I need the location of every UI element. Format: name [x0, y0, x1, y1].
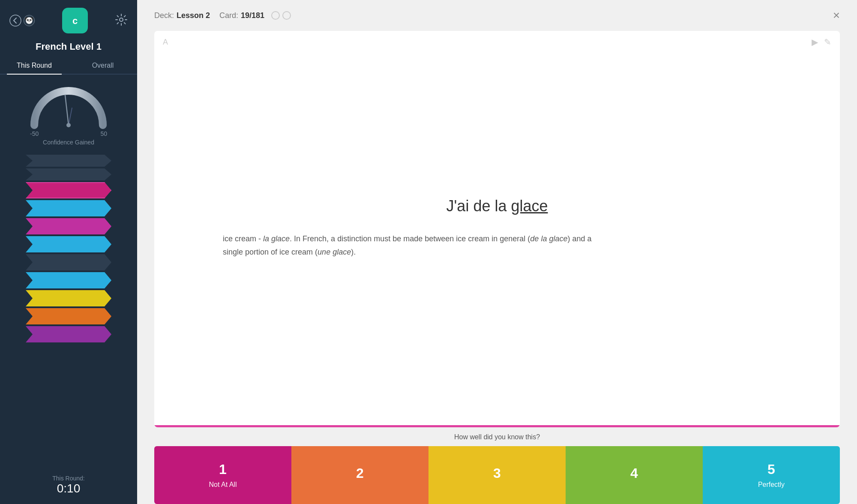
- gauge-svg: [26, 82, 111, 129]
- gauge: -50 50 Confidence Gained: [26, 82, 111, 146]
- back-button[interactable]: [9, 15, 35, 27]
- sidebar-title: French Level 1: [36, 41, 102, 52]
- chevron-item: [26, 254, 111, 270]
- svg-line-15: [69, 108, 72, 125]
- chevron-item: [26, 326, 111, 342]
- rating-2-number: 2: [356, 465, 364, 481]
- timer-value: 0:10: [52, 482, 84, 495]
- svg-point-13: [120, 18, 123, 21]
- card-progress-bar: [154, 425, 840, 427]
- app-logo: c: [62, 8, 88, 33]
- chevron-item: [26, 155, 111, 167]
- rating-button-5[interactable]: 5 Perfectly: [703, 446, 840, 504]
- chevron-item: [26, 218, 111, 234]
- chevrons-list: [0, 154, 137, 343]
- svg-text:c: c: [72, 15, 78, 26]
- chevron-item: [26, 236, 111, 252]
- top-bar: Deck: Lesson 2 Card: 19/181 ×: [137, 0, 857, 31]
- chevron-item: [26, 290, 111, 306]
- card-text-underlined: glace: [511, 197, 548, 215]
- svg-line-14: [65, 95, 69, 125]
- edit-button[interactable]: ✎: [824, 37, 831, 47]
- close-button[interactable]: ×: [833, 9, 840, 21]
- card-content: J'ai de la glace ice cream - la glace. I…: [154, 31, 840, 425]
- tabs: This Round Overall: [0, 58, 137, 75]
- card-icon-1: [271, 11, 280, 20]
- card-description: ice cream - la glace. In French, a disti…: [223, 232, 608, 258]
- card-value: 19/181: [241, 11, 264, 20]
- gauge-min: -50: [30, 130, 39, 137]
- card-icons: [271, 11, 291, 20]
- chevron-item: [26, 272, 111, 288]
- rating-5-number: 5: [767, 462, 775, 477]
- svg-point-10: [29, 21, 30, 22]
- confidence-label: Confidence Gained: [43, 139, 94, 146]
- rating-button-1[interactable]: 1 Not At All: [154, 446, 291, 504]
- chevron-item: [26, 308, 111, 324]
- card-actions: ▶ ✎: [812, 37, 831, 47]
- rating-4-number: 4: [630, 465, 638, 481]
- timer-label: This Round:: [52, 475, 84, 482]
- card-corner-label: A: [163, 38, 168, 47]
- rating-3-number: 3: [493, 465, 501, 481]
- flashcard-area: A ▶ ✎ J'ai de la glace ice cream - la gl…: [137, 31, 857, 427]
- tab-this-round[interactable]: This Round: [0, 58, 69, 74]
- card-main-text: J'ai de la glace: [446, 197, 548, 215]
- chevron-item: [26, 200, 111, 216]
- play-button[interactable]: ▶: [812, 37, 818, 47]
- deck-name: Lesson 2: [177, 11, 210, 20]
- svg-point-7: [27, 20, 28, 21]
- card-text-before: J'ai de la: [446, 197, 511, 215]
- sidebar-top: c: [0, 0, 137, 41]
- rating-1-label: Not At All: [209, 481, 237, 489]
- deck-label: Deck:: [154, 11, 174, 20]
- timer-section: This Round: 0:10: [52, 475, 84, 495]
- svg-point-16: [66, 123, 71, 127]
- main-content: Deck: Lesson 2 Card: 19/181 × A ▶ ✎ J'ai…: [137, 0, 857, 504]
- svg-point-0: [10, 15, 21, 26]
- rating-5-label: Perfectly: [758, 481, 785, 489]
- deck-info: Deck: Lesson 2 Card: 19/181: [154, 11, 291, 20]
- svg-point-8: [30, 20, 31, 21]
- settings-button[interactable]: [115, 13, 128, 28]
- rating-button-4[interactable]: 4: [566, 446, 703, 504]
- rating-section: How well did you know this? 1 Not At All…: [137, 427, 857, 504]
- rating-1-number: 1: [219, 462, 227, 477]
- tab-overall[interactable]: Overall: [69, 58, 137, 74]
- sidebar: c French Level 1 This Round Overall: [0, 0, 137, 504]
- svg-point-4: [26, 17, 32, 24]
- gauge-max: 50: [100, 130, 107, 137]
- chevron-item: [26, 182, 111, 198]
- rating-question: How well did you know this?: [154, 433, 840, 441]
- rating-buttons: 1 Not At All 2 3 4 5 Perfectly: [154, 446, 840, 504]
- card-label: Card:: [219, 11, 238, 20]
- rating-button-3[interactable]: 3: [428, 446, 566, 504]
- card-icon-2: [282, 11, 291, 20]
- chevron-item: [26, 168, 111, 180]
- flashcard: A ▶ ✎ J'ai de la glace ice cream - la gl…: [154, 31, 840, 427]
- gauge-labels: -50 50: [30, 130, 107, 137]
- rating-button-2[interactable]: 2: [291, 446, 428, 504]
